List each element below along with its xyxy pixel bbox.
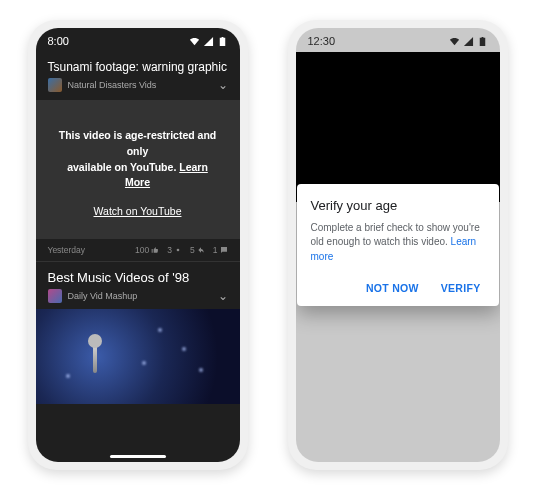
stats-row: Yesterday 100 3 5 1: [36, 239, 240, 262]
screen-right: 12:30 Tsunami footage: warning graphic ⌄…: [296, 28, 500, 462]
restricted-message: This video is age-restricted and only av…: [54, 128, 222, 191]
battery-icon: [217, 36, 228, 47]
video-thumbnail[interactable]: [36, 309, 240, 404]
verify-age-dialog: Verify your age Complete a brief check t…: [297, 184, 499, 307]
clock: 8:00: [48, 35, 69, 47]
thumbs-up-icon: [151, 246, 159, 254]
chat-icon: [220, 246, 228, 254]
video-title-2: Best Music Videos of '98: [48, 270, 228, 285]
likes-stat[interactable]: 100: [135, 245, 159, 255]
video-card-next[interactable]: Best Music Videos of '98 Daily Vid Mashu…: [36, 262, 240, 309]
phone-right: 12:30 Tsunami footage: warning graphic ⌄…: [288, 20, 508, 470]
chevron-down-icon[interactable]: ⌄: [218, 78, 228, 92]
age-restricted-panel: This video is age-restricted and only av…: [36, 100, 240, 239]
svg-point-0: [177, 249, 180, 252]
shares-stat[interactable]: 5: [190, 245, 205, 255]
statusbar-left: 8:00: [36, 28, 240, 52]
home-indicator[interactable]: [110, 455, 166, 458]
channel-name-2: Daily Vid Mashup: [68, 291, 212, 301]
channel-avatar-icon: [48, 78, 62, 92]
channel-name: Natural Disasters Vids: [68, 80, 212, 90]
channel-row[interactable]: Natural Disasters Vids ⌄: [48, 78, 228, 92]
modal-overlay: Verify your age Complete a brief check t…: [296, 28, 500, 462]
video-title: Tsunami footage: warning graphic: [48, 60, 228, 74]
dialog-title: Verify your age: [311, 198, 485, 213]
stats-group: 100 3 5 1: [135, 245, 227, 255]
dialog-actions: NOT NOW VERIFY: [311, 276, 485, 300]
watch-on-youtube-link[interactable]: Watch on YouTube: [54, 205, 222, 217]
comments-stat[interactable]: 3: [167, 245, 182, 255]
dialog-body: Complete a brief check to show you're ol…: [311, 221, 485, 265]
other-stat[interactable]: 1: [213, 245, 228, 255]
chevron-down-icon-2[interactable]: ⌄: [218, 289, 228, 303]
wifi-icon: [189, 36, 200, 47]
channel-row-2: Daily Vid Mashup ⌄: [48, 289, 228, 303]
screen-left: 8:00 Tsunami footage: warning graphic Na…: [36, 28, 240, 462]
video-card-restricted: Tsunami footage: warning graphic Natural…: [36, 52, 240, 92]
verify-button[interactable]: VERIFY: [437, 276, 485, 300]
restricted-line1: This video is age-restricted and only: [59, 129, 217, 157]
eye-icon: [174, 246, 182, 254]
stats-label: Yesterday: [48, 245, 86, 255]
restricted-line2: available on YouTube.: [67, 161, 176, 173]
cell-icon: [203, 36, 214, 47]
not-now-button[interactable]: NOT NOW: [362, 276, 423, 300]
channel-avatar-icon-2: [48, 289, 62, 303]
phone-left: 8:00 Tsunami footage: warning graphic Na…: [28, 20, 248, 470]
share-icon: [197, 246, 205, 254]
status-icons: [189, 36, 228, 47]
